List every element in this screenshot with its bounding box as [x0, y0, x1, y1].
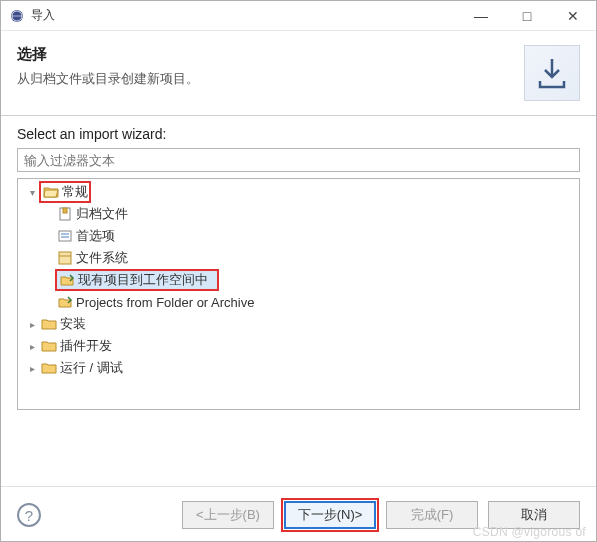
chevron-down-icon[interactable]: ▾ — [24, 187, 40, 198]
tree-node-general[interactable]: ▾ 常规 — [18, 181, 579, 203]
wizard-label: Select an import wizard: — [17, 126, 580, 142]
folder-icon — [40, 339, 58, 353]
folder-open-icon — [42, 185, 60, 199]
archive-file-icon — [56, 207, 74, 221]
tree-node-run-debug[interactable]: ▸ 运行 / 调试 — [18, 357, 579, 379]
tree-node-filesystem[interactable]: 文件系统 — [18, 247, 579, 269]
title-bar: 导入 — □ ✕ — [1, 1, 596, 31]
filter-input[interactable] — [17, 148, 580, 172]
import-banner-icon — [524, 45, 580, 101]
tree-node-archive[interactable]: 归档文件 — [18, 203, 579, 225]
chevron-right-icon[interactable]: ▸ — [24, 341, 40, 352]
folder-archive-icon — [56, 295, 74, 309]
finish-button[interactable]: 完成(F) — [386, 501, 478, 529]
svg-rect-7 — [59, 252, 71, 264]
header-text: 选择 从归档文件或目录创建新项目。 — [17, 45, 512, 88]
window-title-container: 导入 — [9, 7, 458, 24]
tree-label: 常规 — [60, 183, 88, 201]
tree-label: Projects from Folder or Archive — [74, 295, 254, 310]
import-project-icon — [58, 273, 76, 287]
wizard-selection: Select an import wizard: ▾ 常规 归档文件 首选项 — [17, 126, 580, 410]
page-title: 选择 — [17, 45, 512, 64]
help-icon[interactable]: ? — [17, 503, 41, 527]
tree-label: 首选项 — [74, 227, 115, 245]
tree-label: 归档文件 — [74, 205, 128, 223]
button-bar: ? <上一步(B) 下一步(N)> 完成(F) 取消 — [1, 501, 596, 529]
tree-node-existing-projects[interactable]: 现有项目到工作空间中 — [18, 269, 579, 291]
tree-node-install[interactable]: ▸ 安装 — [18, 313, 579, 335]
separator — [1, 486, 596, 487]
minimize-button[interactable]: — — [458, 1, 504, 31]
tree-node-folder-or-archive[interactable]: Projects from Folder or Archive — [18, 291, 579, 313]
dialog-header: 选择 从归档文件或目录创建新项目。 — [1, 31, 596, 116]
chevron-right-icon[interactable]: ▸ — [24, 319, 40, 330]
window-title: 导入 — [31, 7, 55, 24]
tree-node-plugin-dev[interactable]: ▸ 插件开发 — [18, 335, 579, 357]
svg-rect-3 — [63, 208, 67, 213]
eclipse-icon — [9, 8, 25, 24]
tree-label: 插件开发 — [58, 337, 112, 355]
tree-node-prefs[interactable]: 首选项 — [18, 225, 579, 247]
tree-label: 现有项目到工作空间中 — [76, 271, 208, 289]
filesystem-icon — [56, 251, 74, 265]
wizard-tree[interactable]: ▾ 常规 归档文件 首选项 文件系 — [17, 178, 580, 410]
back-button[interactable]: <上一步(B) — [182, 501, 274, 529]
chevron-right-icon[interactable]: ▸ — [24, 363, 40, 374]
page-description: 从归档文件或目录创建新项目。 — [17, 70, 512, 88]
svg-rect-4 — [59, 231, 71, 241]
folder-icon — [40, 361, 58, 375]
next-button[interactable]: 下一步(N)> — [284, 501, 376, 529]
close-button[interactable]: ✕ — [550, 1, 596, 31]
tree-label: 运行 / 调试 — [58, 359, 123, 377]
maximize-button[interactable]: □ — [504, 1, 550, 31]
tree-label: 文件系统 — [74, 249, 128, 267]
folder-icon — [40, 317, 58, 331]
preferences-icon — [56, 229, 74, 243]
tree-label: 安装 — [58, 315, 86, 333]
cancel-button[interactable]: 取消 — [488, 501, 580, 529]
